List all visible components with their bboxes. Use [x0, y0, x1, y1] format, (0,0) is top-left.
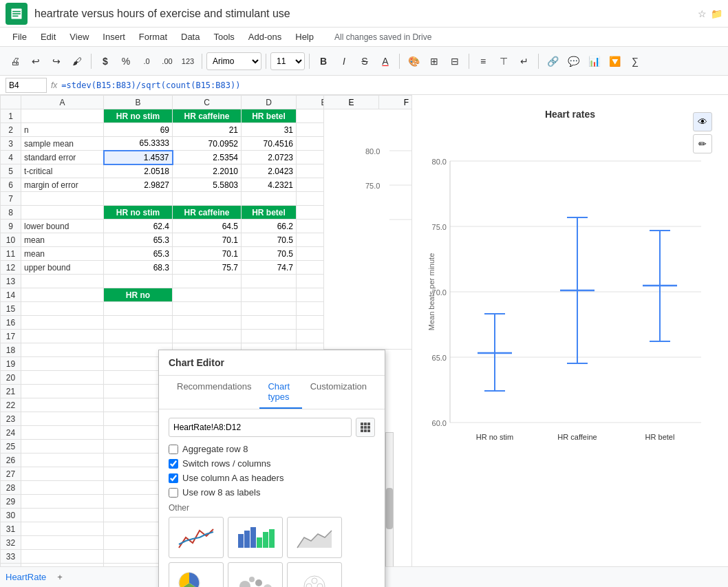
cell-C10[interactable]: 70.1 — [173, 233, 242, 247]
chart-type-line[interactable] — [169, 517, 224, 558]
cell-C5[interactable]: 2.2010 — [173, 164, 242, 178]
menu-format[interactable]: Format — [132, 30, 174, 43]
col-header-C[interactable]: C — [173, 96, 242, 109]
cell-reference-input[interactable] — [6, 78, 47, 93]
menu-tools[interactable]: Tools — [206, 30, 241, 43]
cell-D1[interactable]: HR betel — [242, 109, 297, 123]
italic-button[interactable]: I — [334, 52, 354, 71]
checkbox-use-row-8-input[interactable] — [169, 488, 178, 498]
chart-button[interactable]: 📊 — [584, 52, 603, 71]
cell-C13[interactable] — [173, 275, 242, 288]
chart-type-bubble[interactable] — [228, 562, 283, 587]
cell-C11[interactable]: 70.1 — [173, 247, 242, 261]
fill-color-button[interactable]: 🎨 — [404, 52, 423, 71]
menu-help[interactable]: Help — [288, 30, 321, 43]
cell-B1[interactable]: HR no stim — [104, 109, 173, 123]
cell-C8[interactable]: HR caffeine — [173, 206, 242, 220]
tab-chart-types[interactable]: Chart types — [259, 376, 301, 409]
cell-B8[interactable]: HR no stim — [104, 206, 173, 220]
checkbox-switch-rows-input[interactable] — [169, 459, 178, 469]
menu-view[interactable]: View — [63, 30, 96, 43]
chart-view-button[interactable]: 👁 — [693, 112, 712, 131]
scrollbar-thumb[interactable] — [386, 488, 393, 529]
cell-C6[interactable]: 5.5803 — [173, 178, 242, 192]
cell-D4[interactable]: 2.0723 — [242, 151, 297, 164]
cell-C14[interactable] — [173, 288, 242, 302]
cell-A11[interactable]: mean — [21, 247, 104, 261]
cell-A1[interactable] — [21, 109, 104, 123]
cell-C3[interactable]: 70.0952 — [173, 137, 242, 151]
print-button[interactable]: 🖨 — [6, 52, 25, 71]
col-header-B[interactable]: B — [104, 96, 173, 109]
cell-B11[interactable]: 65.3 — [104, 247, 173, 261]
cell-D9[interactable]: 66.2 — [242, 220, 297, 233]
merge-cells-button[interactable]: ⊟ — [445, 52, 464, 71]
link-button[interactable]: 🔗 — [543, 52, 562, 71]
cell-A13[interactable] — [21, 275, 104, 288]
cell-D8[interactable]: HR betel — [242, 206, 297, 220]
strikethrough-button[interactable]: S — [355, 52, 374, 71]
checkbox-aggregate-input[interactable] — [169, 445, 178, 454]
menu-file[interactable]: File — [6, 30, 34, 43]
cell-C4[interactable]: 2.5354 — [173, 151, 242, 164]
grid-icon-button[interactable] — [356, 418, 375, 437]
cell-C7[interactable] — [173, 192, 242, 206]
text-color-button[interactable]: A — [376, 52, 395, 71]
cell-A2[interactable]: n — [21, 123, 104, 137]
cell-C2[interactable]: 21 — [173, 123, 242, 137]
tab-customization[interactable]: Customization — [302, 376, 375, 409]
cell-A12[interactable]: upper bound — [21, 261, 104, 275]
menu-edit[interactable]: Edit — [34, 30, 63, 43]
cell-C1[interactable]: HR caffeine — [173, 109, 242, 123]
col-header-A[interactable]: A — [21, 96, 104, 109]
decimal-decrease[interactable]: .0 — [137, 52, 156, 71]
col-header-D[interactable]: D — [242, 96, 297, 109]
sheet-tab[interactable]: HeartRate — [6, 572, 46, 582]
cell-C12[interactable]: 75.7 — [173, 261, 242, 275]
borders-button[interactable]: ⊞ — [425, 52, 444, 71]
cell-D7[interactable] — [242, 192, 297, 206]
add-sheet-button[interactable]: + — [57, 572, 63, 582]
cell-A10[interactable]: mean — [21, 233, 104, 247]
cell-A8[interactable] — [21, 206, 104, 220]
function-button[interactable]: ∑ — [625, 52, 645, 71]
menu-data[interactable]: Data — [174, 30, 206, 43]
percent-button[interactable]: % — [116, 52, 136, 71]
valign-button[interactable]: ⊤ — [494, 52, 513, 71]
cell-D12[interactable]: 74.7 — [242, 261, 297, 275]
menu-insert[interactable]: Insert — [96, 30, 132, 43]
col-header-E[interactable]: E — [324, 96, 379, 109]
cell-B6[interactable]: 2.9827 — [104, 178, 173, 192]
cell-B4[interactable]: 1.4537 — [104, 151, 173, 164]
wrap-button[interactable]: ↵ — [515, 52, 534, 71]
cell-D6[interactable]: 4.2321 — [242, 178, 297, 192]
cell-D3[interactable]: 70.4516 — [242, 137, 297, 151]
cell-D13[interactable] — [242, 275, 297, 288]
cell-A4[interactable]: standard error — [21, 151, 104, 164]
currency-button[interactable]: $ — [96, 52, 115, 71]
cell-B10[interactable]: 65.3 — [104, 233, 173, 247]
cell-B12[interactable]: 68.3 — [104, 261, 173, 275]
cell-B7[interactable] — [104, 192, 173, 206]
cell-B14[interactable]: HR no — [104, 288, 173, 302]
chart-type-bar[interactable] — [228, 517, 283, 558]
number-format[interactable]: 123 — [178, 52, 197, 71]
data-range-input[interactable] — [169, 418, 352, 437]
align-button[interactable]: ≡ — [473, 52, 493, 71]
cell-D14[interactable] — [242, 288, 297, 302]
cell-A7[interactable] — [21, 192, 104, 206]
cell-A9[interactable]: lower bound — [21, 220, 104, 233]
menu-addons[interactable]: Add-ons — [242, 30, 288, 43]
cell-B3[interactable]: 65.3333 — [104, 137, 173, 151]
cell-D10[interactable]: 70.5 — [242, 233, 297, 247]
font-family-select[interactable]: Arimo — [206, 52, 261, 70]
folder-icon[interactable]: 📁 — [711, 8, 722, 19]
cell-A3[interactable]: sample mean — [21, 137, 104, 151]
bold-button[interactable]: B — [314, 52, 333, 71]
cell-A6[interactable]: margin of error — [21, 178, 104, 192]
comment-button[interactable]: 💬 — [564, 52, 583, 71]
font-size-select[interactable]: 11 — [270, 52, 305, 70]
checkbox-use-col-a-input[interactable] — [169, 473, 178, 483]
cell-A14[interactable] — [21, 288, 104, 302]
cell-B2[interactable]: 69 — [104, 123, 173, 137]
